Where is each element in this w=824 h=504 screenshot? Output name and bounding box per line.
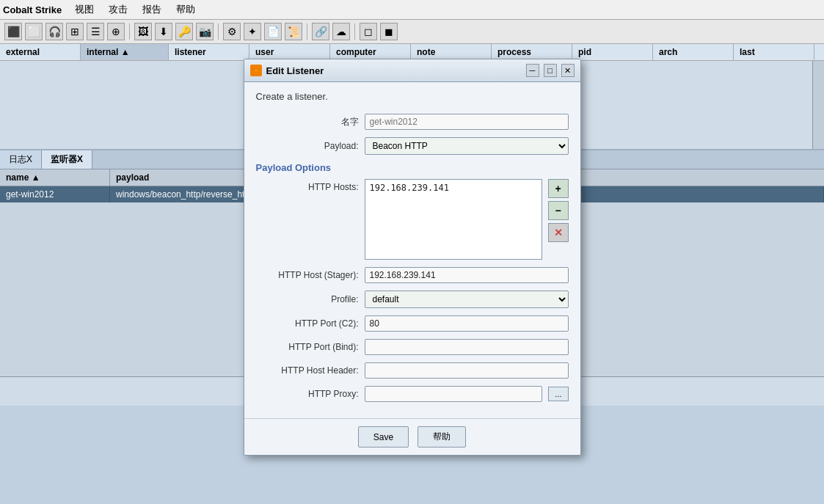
http-port-c2-label: HTTP Port (C2):	[256, 318, 359, 329]
modal-maximize-btn[interactable]: □	[544, 64, 557, 77]
form-row-profile: Profile: default	[256, 291, 569, 308]
http-port-bind-label: HTTP Port (Bind):	[256, 342, 359, 352]
section-payload-options: Payload Options	[256, 162, 569, 173]
modal-title: Edit Listener	[266, 65, 522, 76]
form-row-http-hosts: HTTP Hosts: 192.168.239.141 + − ✕	[256, 179, 569, 260]
http-proxy-browse-btn[interactable]: ...	[548, 387, 568, 401]
http-hosts-buttons: + − ✕	[548, 179, 569, 242]
http-host-header-input[interactable]	[365, 362, 569, 379]
profile-select[interactable]: default	[365, 291, 569, 308]
form-row-payload: Payload: Beacon HTTP	[256, 137, 569, 155]
modal-minimize-btn[interactable]: ─	[526, 64, 539, 77]
http-host-stager-label: HTTP Host (Stager):	[256, 270, 359, 280]
profile-label: Profile:	[256, 294, 359, 304]
modal-overlay: 🔸 Edit Listener ─ □ ✕ Create a listener.…	[0, 0, 824, 406]
modal-icon: 🔸	[250, 65, 262, 76]
modal-description: Create a listener.	[256, 91, 569, 102]
hosts-add-btn[interactable]: +	[548, 179, 569, 198]
modal-titlebar: 🔸 Edit Listener ─ □ ✕	[244, 59, 580, 82]
name-label: 名字	[256, 116, 359, 128]
http-host-header-label: HTTP Host Header:	[256, 365, 359, 376]
form-row-http-port-c2: HTTP Port (C2):	[256, 315, 569, 332]
form-row-http-host-header: HTTP Host Header:	[256, 362, 569, 379]
http-host-stager-input[interactable]	[365, 267, 569, 283]
hosts-clear-btn[interactable]: ✕	[548, 223, 569, 242]
payload-select[interactable]: Beacon HTTP	[365, 137, 569, 155]
modal-body: Create a listener. 名字 Payload: Beacon HT…	[244, 82, 580, 406]
http-proxy-input[interactable]	[365, 386, 543, 402]
hosts-remove-btn[interactable]: −	[548, 201, 569, 220]
http-hosts-input[interactable]: 192.168.239.141	[365, 179, 542, 260]
name-input[interactable]	[365, 114, 569, 130]
http-hosts-label: HTTP Hosts:	[256, 179, 359, 192]
form-row-http-proxy: HTTP Proxy: ...	[256, 386, 569, 402]
modal-close-btn[interactable]: ✕	[561, 64, 575, 77]
http-proxy-label: HTTP Proxy:	[256, 389, 359, 399]
form-row-http-port-bind: HTTP Port (Bind):	[256, 339, 569, 355]
payload-label: Payload:	[256, 141, 359, 151]
http-port-c2-input[interactable]	[365, 315, 569, 332]
form-row-name: 名字	[256, 114, 569, 130]
http-port-bind-input[interactable]	[365, 339, 569, 355]
edit-listener-modal: 🔸 Edit Listener ─ □ ✕ Create a listener.…	[244, 59, 581, 406]
form-row-http-host-stager: HTTP Host (Stager):	[256, 267, 569, 283]
